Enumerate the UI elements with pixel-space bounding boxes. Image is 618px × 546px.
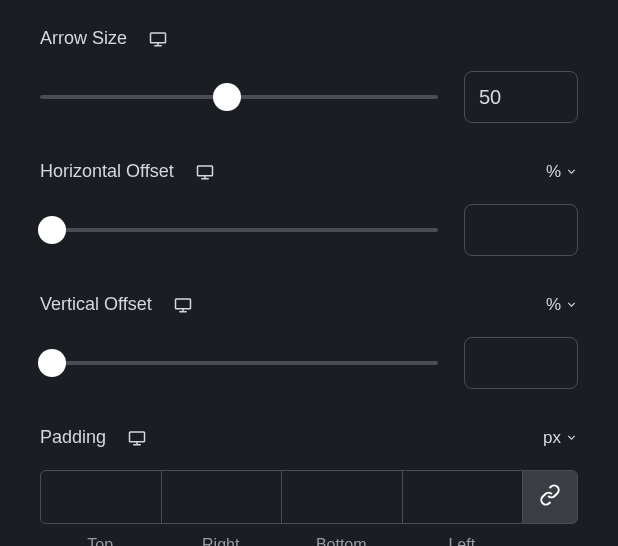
- padding-right-cell: [161, 470, 283, 524]
- horizontal-offset-label: Horizontal Offset: [40, 161, 174, 182]
- padding-right-input[interactable]: [162, 471, 282, 523]
- vertical-offset-input[interactable]: [464, 337, 578, 389]
- svg-rect-6: [175, 299, 190, 309]
- padding-bottom-cell: [281, 470, 403, 524]
- vertical-offset-label: Vertical Offset: [40, 294, 152, 315]
- padding-top-cell: [40, 470, 162, 524]
- horizontal-offset-slider-thumb[interactable]: [38, 216, 66, 244]
- padding-label: Padding: [40, 427, 106, 448]
- padding-unit-selector[interactable]: px: [543, 428, 578, 448]
- link-icon: [539, 484, 561, 510]
- vertical-offset-unit-selector[interactable]: %: [546, 295, 578, 315]
- padding-header: Padding px: [40, 427, 578, 448]
- arrow-size-label: Arrow Size: [40, 28, 127, 49]
- vertical-offset-slider-thumb[interactable]: [38, 349, 66, 377]
- chevron-down-icon: [565, 165, 578, 178]
- vertical-offset-unit: %: [546, 295, 561, 315]
- vertical-offset-slider[interactable]: [40, 361, 438, 365]
- padding-labels-row: Top Right Bottom Left: [40, 536, 578, 546]
- vertical-offset-header: Vertical Offset %: [40, 294, 578, 315]
- padding-inputs-row: [40, 470, 578, 524]
- chevron-down-icon: [565, 431, 578, 444]
- arrow-size-slider-row: [40, 71, 578, 123]
- padding-bottom-label: Bottom: [281, 536, 402, 546]
- svg-rect-9: [130, 432, 145, 442]
- padding-left-cell: [402, 470, 524, 524]
- svg-rect-3: [197, 166, 212, 176]
- padding-left-label: Left: [402, 536, 523, 546]
- horizontal-offset-slider-row: [40, 204, 578, 256]
- padding-link-button[interactable]: [522, 470, 578, 524]
- vertical-offset-slider-row: [40, 337, 578, 389]
- padding-top-input[interactable]: [41, 471, 161, 523]
- padding-right-label: Right: [161, 536, 282, 546]
- desktop-icon[interactable]: [174, 296, 192, 314]
- padding-link-spacer: [522, 536, 578, 546]
- horizontal-offset-slider[interactable]: [40, 228, 438, 232]
- padding-control: Padding px Top Right: [40, 427, 578, 546]
- arrow-size-slider-thumb[interactable]: [213, 83, 241, 111]
- arrow-size-control: Arrow Size: [40, 28, 578, 123]
- desktop-icon[interactable]: [149, 30, 167, 48]
- padding-bottom-input[interactable]: [282, 471, 402, 523]
- arrow-size-slider[interactable]: [40, 95, 438, 99]
- horizontal-offset-unit: %: [546, 162, 561, 182]
- padding-left-input[interactable]: [403, 471, 523, 523]
- chevron-down-icon: [565, 298, 578, 311]
- horizontal-offset-header: Horizontal Offset %: [40, 161, 578, 182]
- svg-rect-0: [151, 33, 166, 43]
- vertical-offset-control: Vertical Offset %: [40, 294, 578, 389]
- desktop-icon[interactable]: [196, 163, 214, 181]
- arrow-size-input[interactable]: [464, 71, 578, 123]
- arrow-size-header: Arrow Size: [40, 28, 578, 49]
- padding-top-label: Top: [40, 536, 161, 546]
- horizontal-offset-input[interactable]: [464, 204, 578, 256]
- horizontal-offset-unit-selector[interactable]: %: [546, 162, 578, 182]
- desktop-icon[interactable]: [128, 429, 146, 447]
- horizontal-offset-control: Horizontal Offset %: [40, 161, 578, 256]
- padding-unit: px: [543, 428, 561, 448]
